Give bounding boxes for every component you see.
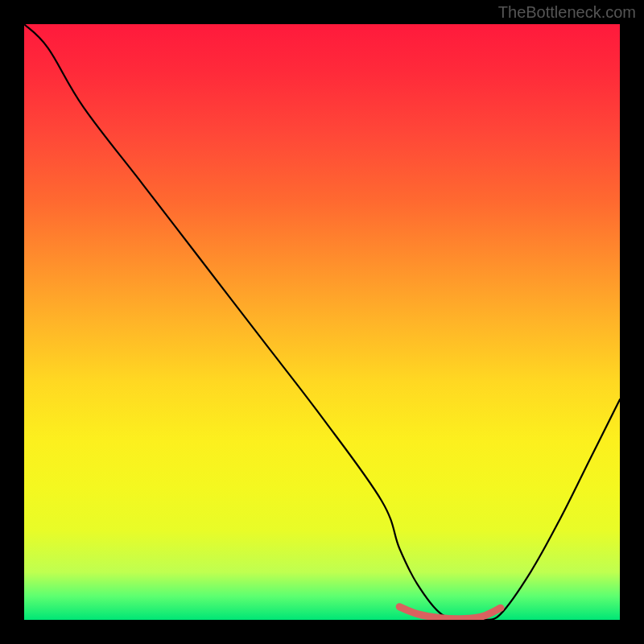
watermark-text: TheBottleneck.com: [498, 3, 636, 22]
highlighted-minimum: [399, 607, 501, 619]
bottleneck-curve: [24, 24, 620, 620]
chart-svg: [24, 24, 620, 620]
